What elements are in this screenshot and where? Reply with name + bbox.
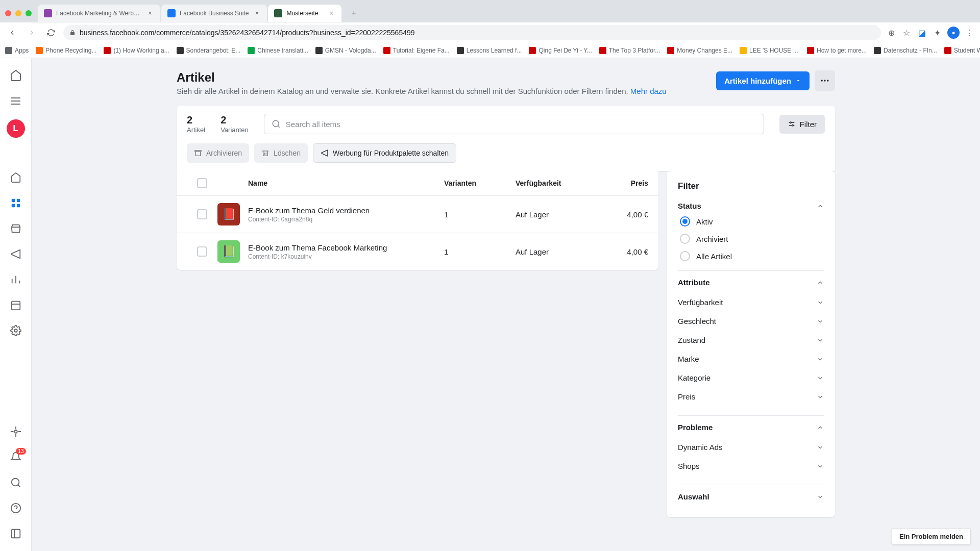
attr-availability[interactable]: Verfügbarkeit [678, 293, 824, 312]
column-availability[interactable]: Verfügbarkeit [516, 179, 602, 187]
more-button[interactable] [815, 70, 835, 91]
table-row[interactable]: 📕 E-Book zum Thema Geld verdienen Conten… [177, 196, 658, 233]
back-button[interactable] [5, 26, 19, 40]
lock-icon [69, 30, 76, 36]
filter-section-status[interactable]: Status [678, 202, 824, 210]
forward-button[interactable] [24, 26, 39, 40]
bookmark-item[interactable]: Money Changes E... [667, 47, 732, 54]
bookmark-item[interactable]: Apps [5, 47, 29, 54]
attr-category[interactable]: Kategorie [678, 368, 824, 387]
bookmark-item[interactable]: Chinese translati... [248, 47, 308, 54]
bookmark-item[interactable]: The Top 3 Platfor... [599, 47, 660, 54]
bookmark-item[interactable]: Lessons Learned f... [457, 47, 522, 54]
attr-condition[interactable]: Zustand [678, 331, 824, 349]
overview-icon[interactable] [9, 170, 23, 185]
bookmark-item[interactable]: GMSN - Vologda... [315, 47, 376, 54]
account-avatar[interactable]: L [7, 119, 25, 138]
catalog-icon[interactable] [9, 196, 23, 210]
filter-section-attribute[interactable]: Attribute [678, 278, 824, 287]
bookmark-favicon [104, 47, 111, 54]
row-checkbox[interactable] [197, 246, 207, 257]
new-tab-button[interactable]: + [347, 6, 361, 20]
search-input[interactable] [286, 120, 756, 129]
status-archived[interactable]: Archiviert [680, 234, 824, 244]
menu-icon[interactable] [9, 94, 23, 108]
bookmark-item[interactable]: (1) How Working a... [104, 47, 169, 54]
home-icon[interactable] [9, 68, 23, 83]
item-price: 4,00 € [602, 210, 648, 219]
bookmark-item[interactable]: Student Wants an... [944, 47, 980, 54]
bookmark-favicon [383, 47, 390, 54]
bookmark-label: Chinese translati... [257, 47, 308, 54]
item-thumbnail: 📗 [217, 240, 240, 263]
filter-section-problems[interactable]: Probleme [678, 423, 824, 432]
window-max-dot[interactable] [26, 10, 32, 16]
report-problem-button[interactable]: Ein Problem melden [892, 528, 971, 545]
menu-icon[interactable]: ⋮ [965, 28, 975, 38]
svg-rect-6 [16, 204, 19, 207]
window-close-dot[interactable] [5, 10, 11, 16]
advertise-button[interactable]: Werbung für Produktpalette schalten [313, 143, 456, 163]
megaphone-icon [321, 149, 329, 157]
bookmark-label: Tutorial: Eigene Fa... [393, 47, 450, 54]
facebook-icon[interactable]: ◪ [917, 28, 927, 38]
column-price[interactable]: Preis [602, 179, 648, 187]
delete-button[interactable]: Löschen [254, 143, 308, 163]
search-box[interactable] [264, 114, 764, 134]
status-active[interactable]: Aktiv [680, 216, 824, 227]
tab-2[interactable]: Musterseite × [268, 5, 341, 22]
bookmark-item[interactable]: Datenschutz - FIn... [874, 47, 937, 54]
events-icon[interactable] [9, 298, 23, 312]
extensions-icon[interactable]: ✦ [932, 28, 942, 38]
insights-icon[interactable] [9, 272, 23, 287]
problem-shops[interactable]: Shops [678, 457, 824, 475]
column-variants[interactable]: Varianten [444, 179, 516, 187]
filter-section-selection[interactable]: Auswahl [678, 492, 824, 501]
close-icon[interactable]: × [146, 9, 154, 17]
select-all-checkbox[interactable] [197, 178, 207, 188]
bookmark-favicon [177, 47, 184, 54]
bookmark-label: Phone Recycling... [45, 47, 96, 54]
close-icon[interactable]: × [253, 9, 261, 17]
learn-more-link[interactable]: Mehr dazu [630, 87, 667, 95]
window-min-dot[interactable] [15, 10, 21, 16]
zoom-icon[interactable]: ⊕ [886, 28, 896, 38]
add-item-button[interactable]: Artikel hinzufügen [716, 71, 810, 90]
search-icon[interactable] [9, 475, 23, 490]
bookmark-item[interactable]: Phone Recycling... [36, 47, 96, 54]
bookmark-item[interactable]: LEE 'S HOUSE :... [740, 47, 800, 54]
column-name[interactable]: Name [248, 179, 444, 187]
help-icon[interactable] [9, 501, 23, 515]
star-icon[interactable]: ☆ [901, 28, 912, 38]
table-row[interactable]: 📗 E-Book zum Thema Facebook Marketing Co… [177, 233, 658, 270]
profile-avatar[interactable]: ● [947, 27, 960, 39]
problem-dynamic-ads[interactable]: Dynamic Ads [678, 438, 824, 457]
status-all[interactable]: Alle Artikel [680, 251, 824, 261]
settings-icon[interactable] [9, 323, 23, 338]
tab-0[interactable]: Facebook Marketing & Werbea... × [38, 5, 160, 22]
bookmark-item[interactable]: Qing Fei De Yi - Y... [529, 47, 592, 54]
tab-1[interactable]: Facebook Business Suite × [161, 5, 267, 22]
bookmark-item[interactable]: Tutorial: Eigene Fa... [383, 47, 450, 54]
bookmark-item[interactable]: Sonderangebot: E... [177, 47, 241, 54]
archive-button[interactable]: Archivieren [187, 143, 249, 163]
shop-icon[interactable] [9, 221, 23, 236]
collapse-icon[interactable] [9, 527, 23, 541]
reload-button[interactable] [44, 26, 58, 40]
row-checkbox[interactable] [197, 209, 207, 219]
notif-badge: 13 [16, 448, 26, 455]
search-icon [272, 119, 281, 129]
attr-price[interactable]: Preis [678, 387, 824, 406]
ads-icon[interactable] [9, 247, 23, 261]
attr-brand[interactable]: Marke [678, 349, 824, 368]
item-price: 4,00 € [602, 247, 648, 256]
bookmark-favicon [740, 47, 747, 54]
notifications-icon[interactable]: 13 [9, 450, 23, 464]
bookmark-item[interactable]: How to get more... [807, 47, 867, 54]
filter-toggle-button[interactable]: Filter [779, 115, 825, 134]
close-icon[interactable]: × [327, 9, 335, 17]
bookmark-label: Sonderangebot: E... [186, 47, 241, 54]
url-field[interactable]: business.facebook.com/commerce/catalogs/… [63, 25, 881, 40]
settings-bottom-icon[interactable] [9, 424, 23, 439]
attr-gender[interactable]: Geschlecht [678, 312, 824, 331]
